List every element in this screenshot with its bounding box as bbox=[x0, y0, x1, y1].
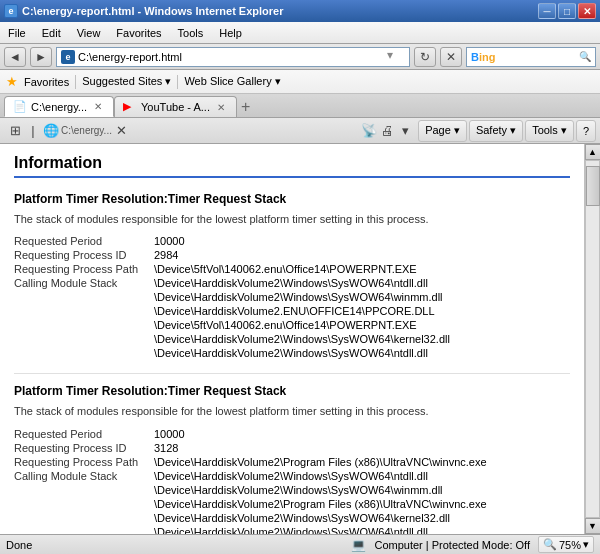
grid-icon[interactable]: ⊞ bbox=[7, 123, 23, 139]
section2-pid-value: 3128 bbox=[154, 442, 178, 454]
maximize-button[interactable]: □ bbox=[558, 3, 576, 19]
section1-stack-item: \Device\HarddiskVolume2\Windows\SysWOW64… bbox=[154, 291, 450, 303]
computer-icon: 💻 bbox=[350, 537, 366, 553]
section2-stack-label: Calling Module Stack bbox=[14, 470, 154, 534]
stack-value: \Device\5ftVol\140062.enu\Office14\POWER… bbox=[154, 319, 417, 331]
scroll-up-button[interactable]: ▲ bbox=[585, 144, 601, 160]
tab-label-youtube: YouTube - A... bbox=[141, 101, 210, 113]
zoom-control[interactable]: 🔍 75% ▾ bbox=[538, 536, 594, 553]
back-button[interactable]: ◄ bbox=[4, 47, 26, 67]
scroll-down-button[interactable]: ▼ bbox=[585, 518, 601, 534]
fav-separator2 bbox=[177, 75, 178, 89]
web-slice-gallery-link[interactable]: Web Slice Gallery ▾ bbox=[184, 75, 280, 88]
scroll-track[interactable] bbox=[585, 160, 600, 518]
section2-stack-item: \Device\HarddiskVolume2\Windows\SysWOW64… bbox=[154, 484, 487, 496]
suggested-sites-link[interactable]: Suggested Sites ▾ bbox=[82, 75, 171, 88]
section2-stack-item: \Device\HarddiskVolume2\Windows\SysWOW64… bbox=[154, 526, 487, 534]
stack-value: \Device\HarddiskVolume2\Windows\SysWOW64… bbox=[154, 291, 443, 303]
section2-desc: The stack of modules responsible for the… bbox=[14, 404, 570, 419]
tab-favicon-energy: 📄 bbox=[13, 100, 27, 114]
section1-pid-label: Requesting Process ID bbox=[14, 249, 154, 261]
status-text: Done bbox=[6, 539, 344, 551]
section2-stack-item: \Device\HarddiskVolume2\Windows\SysWOW64… bbox=[154, 512, 487, 524]
forward-button[interactable]: ► bbox=[30, 47, 52, 67]
address-input-wrap[interactable]: e C:\energy-report.html ▾ bbox=[56, 47, 410, 67]
section1-desc: The stack of modules responsible for the… bbox=[14, 212, 570, 227]
section2-stack-item: \Device\HarddiskVolume2\Program Files (x… bbox=[154, 498, 487, 510]
favorites-star-icon: ★ bbox=[6, 74, 18, 89]
close-button[interactable]: ✕ bbox=[578, 3, 596, 19]
status-bar: Done 💻 Computer | Protected Mode: Off 🔍 … bbox=[0, 534, 600, 554]
new-tab-button[interactable]: + bbox=[241, 96, 261, 117]
tab-youtube[interactable]: ▶ YouTube - A... ✕ bbox=[114, 96, 237, 117]
favorites-bar: ★ Favorites Suggested Sites ▾ Web Slice … bbox=[0, 70, 600, 94]
section2-stack-row: Calling Module Stack \Device\HarddiskVol… bbox=[14, 470, 570, 534]
toolbar-address-label: C:\energy... bbox=[61, 125, 112, 136]
safety-button[interactable]: Safety ▾ bbox=[469, 120, 523, 142]
section1-path-row: Requesting Process Path \Device\5ftVol\1… bbox=[14, 263, 570, 275]
search-wrap[interactable]: Bing 🔍 bbox=[466, 47, 596, 67]
menu-edit[interactable]: Edit bbox=[34, 24, 69, 42]
tab-label-energy: C:\energy... bbox=[31, 101, 87, 113]
print-icon[interactable]: 🖨 bbox=[379, 123, 395, 139]
section1-table: Requested Period 10000 Requesting Proces… bbox=[14, 235, 570, 361]
tools-button[interactable]: Tools ▾ bbox=[525, 120, 574, 142]
zoom-icon: 🔍 bbox=[543, 538, 557, 551]
section2-requested-period-value: 10000 bbox=[154, 428, 185, 440]
section1-stack-item: \Device\HarddiskVolume2\Windows\SysWOW64… bbox=[154, 277, 450, 289]
minimize-button[interactable]: ─ bbox=[538, 3, 556, 19]
section1-stack-item: \Device\HarddiskVolume2\Windows\SysWOW64… bbox=[154, 333, 450, 345]
print-arrow-icon[interactable]: ▾ bbox=[397, 123, 413, 139]
toolbar-x-icon[interactable]: ✕ bbox=[114, 123, 130, 139]
menu-help[interactable]: Help bbox=[211, 24, 250, 42]
menu-bar: File Edit View Favorites Tools Help bbox=[0, 22, 600, 44]
stop-button[interactable]: ✕ bbox=[440, 47, 462, 67]
section1-requested-period-label: Requested Period bbox=[14, 235, 154, 247]
section2-title: Platform Timer Resolution:Timer Request … bbox=[14, 384, 570, 398]
menu-favorites[interactable]: Favorites bbox=[108, 24, 169, 42]
section1-requested-period-row: Requested Period 10000 bbox=[14, 235, 570, 247]
address-bar: ◄ ► e C:\energy-report.html ▾ ↻ ✕ Bing 🔍 bbox=[0, 44, 600, 70]
stack-value: \Device\HarddiskVolume2\Program Files (x… bbox=[154, 498, 487, 510]
menu-file[interactable]: File bbox=[0, 24, 34, 42]
stack-value: \Device\HarddiskVolume2\Windows\SysWOW64… bbox=[154, 526, 428, 534]
page-button[interactable]: Page ▾ bbox=[418, 120, 467, 142]
zoom-arrow-icon: ▾ bbox=[583, 538, 589, 551]
section1-stack-values: \Device\HarddiskVolume2\Windows\SysWOW64… bbox=[154, 277, 450, 361]
menu-tools[interactable]: Tools bbox=[170, 24, 212, 42]
section1-pid-row: Requesting Process ID 2984 bbox=[14, 249, 570, 261]
tab-close-youtube[interactable]: ✕ bbox=[214, 100, 228, 114]
stack-value: \Device\HarddiskVolume2\Windows\SysWOW64… bbox=[154, 277, 428, 289]
search-button[interactable]: 🔍 bbox=[579, 51, 591, 62]
page-title: Information bbox=[14, 154, 570, 178]
tab-energy-report[interactable]: 📄 C:\energy... ✕ bbox=[4, 96, 114, 117]
favorites-label[interactable]: Favorites bbox=[24, 76, 69, 88]
content-area: Information Platform Timer Resolution:Ti… bbox=[0, 144, 584, 534]
stack-value: \Device\HarddiskVolume2\Windows\SysWOW64… bbox=[154, 347, 428, 359]
menu-view[interactable]: View bbox=[69, 24, 109, 42]
address-clear-button[interactable]: ▾ bbox=[387, 48, 405, 66]
section2-stack-values: \Device\HarddiskVolume2\Windows\SysWOW64… bbox=[154, 470, 487, 534]
toolbar-divider: | bbox=[25, 123, 41, 139]
address-text: C:\energy-report.html bbox=[78, 51, 387, 63]
section2-path-label: Requesting Process Path bbox=[14, 456, 154, 468]
tab-favicon-youtube: ▶ bbox=[123, 100, 137, 114]
scroll-thumb[interactable] bbox=[586, 166, 600, 206]
app-icon: e bbox=[4, 4, 18, 18]
status-right: 💻 Computer | Protected Mode: Off 🔍 75% ▾ bbox=[350, 536, 594, 553]
tab-close-energy[interactable]: ✕ bbox=[91, 100, 105, 114]
section1-path-value: \Device\5ftVol\140062.enu\Office14\POWER… bbox=[154, 263, 417, 275]
rss-icon[interactable]: 📡 bbox=[361, 123, 377, 139]
section1-pid-value: 2984 bbox=[154, 249, 178, 261]
refresh-button[interactable]: ↻ bbox=[414, 47, 436, 67]
address-page-icon: e bbox=[61, 50, 75, 64]
help-button[interactable]: ? bbox=[576, 120, 596, 142]
section1-stack-row: Calling Module Stack \Device\HarddiskVol… bbox=[14, 277, 570, 361]
section1-requested-period-value: 10000 bbox=[154, 235, 185, 247]
section2-pid-row: Requesting Process ID 3128 bbox=[14, 442, 570, 454]
window-title: C:\energy-report.html - Windows Internet… bbox=[22, 5, 283, 17]
section2-path-value: \Device\HarddiskVolume2\Program Files (x… bbox=[154, 456, 487, 468]
section1-stack-item: \Device\HarddiskVolume2.ENU\OFFICE14\PPC… bbox=[154, 305, 450, 317]
section2-path-row: Requesting Process Path \Device\Harddisk… bbox=[14, 456, 570, 468]
address-icon2: 🌐 bbox=[43, 123, 59, 139]
